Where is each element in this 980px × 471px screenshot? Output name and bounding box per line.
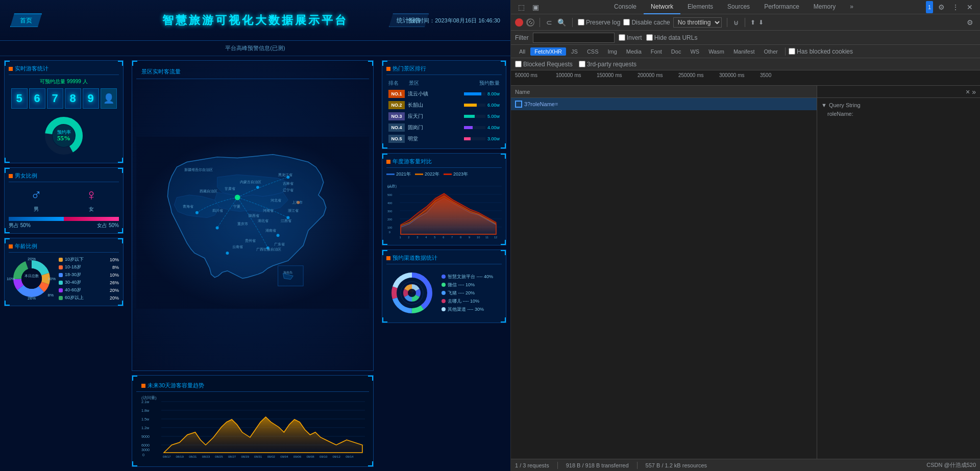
gender-panel-title: 男女比例 bbox=[9, 172, 119, 182]
dt-type-wasm[interactable]: Wasm bbox=[704, 47, 728, 56]
dt-filter-input[interactable] bbox=[533, 33, 615, 43]
svg-text:江西省: 江西省 bbox=[281, 219, 291, 222]
dt-blocked-cookies-label: Has blocked cookies bbox=[797, 48, 853, 55]
dt-section-query[interactable]: ▼ Query String bbox=[821, 102, 976, 108]
age-legend-item-2: 10-18岁 8% bbox=[59, 264, 119, 270]
svg-text:08/29: 08/29 bbox=[241, 455, 249, 458]
dt-icon-device[interactable]: ▣ bbox=[529, 1, 542, 13]
dt-search-icon[interactable]: 🔍 bbox=[556, 18, 567, 27]
svg-text:河北省: 河北省 bbox=[271, 199, 281, 202]
dt-wifi-icon[interactable]: ⊍ bbox=[732, 18, 740, 27]
dt-type-img[interactable]: Img bbox=[604, 47, 621, 56]
dt-invert-check[interactable]: Invert bbox=[619, 34, 642, 41]
dt-blocked-cookies-input[interactable] bbox=[789, 48, 795, 55]
dt-type-all[interactable]: All bbox=[515, 47, 529, 56]
dt-hide-urls-check[interactable]: Hide data URLs bbox=[646, 34, 698, 41]
rank-bar-3: 5.00w bbox=[464, 114, 500, 119]
dt-disable-cache-input[interactable] bbox=[623, 19, 630, 26]
dt-third-party-input[interactable] bbox=[579, 61, 585, 67]
gender-pct: 男占 50% 女占 50% bbox=[9, 222, 119, 229]
dt-details-expand-btn[interactable]: » bbox=[972, 88, 976, 96]
svg-point-20 bbox=[195, 211, 199, 214]
dt-type-doc[interactable]: Doc bbox=[667, 47, 685, 56]
dt-settings-icon[interactable]: ⚙ bbox=[935, 1, 947, 13]
tab-elements[interactable]: Elements bbox=[680, 0, 720, 14]
dt-vertical-dots-icon[interactable]: ⋮ bbox=[949, 1, 962, 13]
gender-male: ♂ 男 bbox=[31, 186, 42, 213]
dt-type-xhr[interactable]: Fetch/XHR bbox=[530, 47, 566, 56]
tab-performance[interactable]: Performance bbox=[757, 0, 806, 14]
dt-brand-label: CSDN @什浩成520 bbox=[926, 461, 976, 469]
dt-type-ws[interactable]: WS bbox=[686, 47, 703, 56]
rank-name-5: 明堂 bbox=[408, 135, 464, 142]
left-sidebar: 实时游客统计 可预约总量 99999 人 5 6 7 8 9 👤 bbox=[0, 56, 128, 471]
dt-details-close-btn[interactable]: × bbox=[966, 88, 970, 96]
rank-row-3: NO.3 应天门 5.00w bbox=[386, 111, 502, 122]
svg-point-15 bbox=[234, 194, 240, 201]
dt-preserve-log-input[interactable] bbox=[578, 19, 584, 26]
dt-blocked-req-input[interactable] bbox=[515, 61, 522, 67]
dt-req-row-1[interactable]: 3?roleName= bbox=[511, 98, 817, 110]
dt-filter-icon[interactable]: ⊂ bbox=[545, 18, 553, 27]
visitor-capacity: 可预约总量 99999 人 bbox=[9, 78, 119, 85]
tab-more[interactable]: » bbox=[843, 0, 861, 14]
dt-type-media[interactable]: Media bbox=[622, 47, 646, 56]
dt-hide-urls-input[interactable] bbox=[646, 34, 653, 41]
dt-icon-pointer[interactable]: ⬚ bbox=[515, 1, 527, 13]
dt-type-row: All Fetch/XHR JS CSS Img Media Font Doc … bbox=[511, 45, 980, 58]
svg-point-17 bbox=[216, 226, 219, 229]
svg-text:湖南省: 湖南省 bbox=[265, 229, 276, 232]
rank-badge-2: NO.2 bbox=[388, 101, 405, 109]
dt-blocked-cookies-check[interactable]: Has blocked cookies bbox=[789, 48, 853, 55]
tab-sources[interactable]: Sources bbox=[720, 0, 757, 14]
dt-invert-input[interactable] bbox=[619, 34, 625, 41]
dt-upload-icon[interactable]: ⬆ bbox=[750, 19, 755, 26]
rank-col-name: 景区 bbox=[409, 80, 464, 87]
dt-preserve-log-check[interactable]: Preserve log bbox=[578, 19, 620, 26]
dt-kv-key-rolename: roleName: bbox=[827, 111, 853, 117]
rank-bar-4: 4.00w bbox=[464, 125, 500, 130]
dt-details-header: × » bbox=[817, 86, 980, 98]
age-panel: 年龄比例 bbox=[4, 238, 124, 306]
female-pct: 女占 50% bbox=[97, 222, 119, 229]
svg-text:9000: 9000 bbox=[141, 435, 150, 439]
nav-home-btn[interactable]: 首页 bbox=[10, 13, 42, 27]
booking-donut bbox=[386, 267, 437, 318]
dt-blocked-req-check[interactable]: Blocked Requests bbox=[515, 61, 573, 68]
dt-left-area: Name 3?roleName= bbox=[511, 86, 817, 459]
dt-download-icon[interactable]: ⬇ bbox=[758, 19, 764, 26]
dt-type-js[interactable]: JS bbox=[567, 47, 582, 56]
rank-panel-title: 热门景区排行 bbox=[386, 65, 502, 75]
svg-text:内蒙古自治区: 内蒙古自治区 bbox=[240, 180, 261, 184]
svg-text:广西壮族自治区: 广西壮族自治区 bbox=[256, 247, 281, 252]
svg-text:100: 100 bbox=[387, 226, 392, 229]
female-bar bbox=[64, 217, 119, 221]
svg-text:1.5w: 1.5w bbox=[141, 417, 150, 422]
dt-third-party-check[interactable]: 3rd-party requests bbox=[579, 61, 636, 68]
dt-type-css[interactable]: CSS bbox=[583, 47, 603, 56]
sub-header: 平台高峰预警信息(已测) bbox=[0, 41, 510, 56]
map-panel: 景区实时客流量 bbox=[132, 60, 374, 371]
dt-badge-1: 1 bbox=[926, 1, 933, 13]
tab-memory[interactable]: Memory bbox=[806, 0, 843, 14]
booking-panel-title: 预约渠道数据统计 bbox=[386, 254, 502, 264]
visitor-panel: 实时游客统计 可预约总量 99999 人 5 6 7 8 9 👤 bbox=[4, 60, 124, 163]
dt-type-manifest[interactable]: Manifest bbox=[729, 47, 759, 56]
dt-disable-cache-check[interactable]: Disable cache bbox=[623, 19, 670, 26]
dt-close-icon[interactable]: ✕ bbox=[964, 1, 976, 13]
age-donut: 本日总数 20% 10% 8% 26% 10% bbox=[9, 256, 55, 302]
dt-main-area: Name 3?roleName= × » ▼ Query String bbox=[511, 86, 980, 459]
tab-console[interactable]: Console bbox=[607, 0, 644, 14]
dt-tl-200k: 200000 ms bbox=[638, 72, 678, 78]
dt-tl-3500: 3500 bbox=[760, 72, 801, 78]
dt-type-font[interactable]: Font bbox=[647, 47, 666, 56]
map-title: 景区实时客流量 bbox=[136, 65, 369, 79]
digit-6: 6 bbox=[29, 88, 45, 109]
dt-record-btn[interactable] bbox=[515, 18, 523, 27]
dt-throttle-select[interactable]: No throttling bbox=[673, 17, 722, 28]
dt-gear-icon[interactable]: ⚙ bbox=[964, 16, 976, 29]
dt-type-other[interactable]: Other bbox=[760, 47, 782, 56]
tab-network[interactable]: Network bbox=[644, 0, 680, 14]
rank-panel: 热门景区排行 排名 景区 预约数量 NO.1 流云小镇 bbox=[382, 60, 506, 149]
dt-clear-btn[interactable]: ⊘ bbox=[526, 18, 534, 27]
